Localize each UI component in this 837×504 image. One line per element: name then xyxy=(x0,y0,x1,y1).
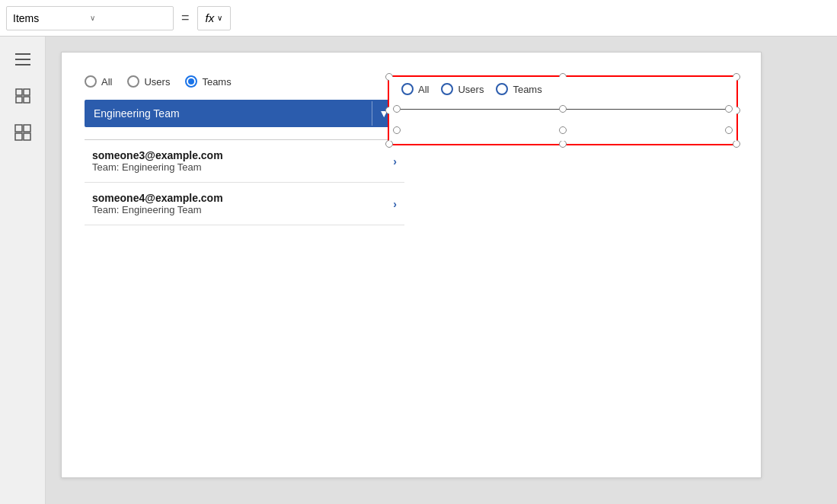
component-inner: All Users Teams xyxy=(389,77,736,141)
comp-radio-all[interactable]: All xyxy=(401,83,429,95)
radio-users-circle xyxy=(127,75,139,88)
radio-users[interactable]: Users xyxy=(127,75,170,88)
list-item-email-1: someone3@example.com xyxy=(92,149,393,161)
svg-rect-8 xyxy=(24,125,30,132)
row-handle-right-2[interactable] xyxy=(725,126,733,134)
list-item-team-1: Team: Engineering Team xyxy=(92,161,393,173)
list-item-team-2: Team: Engineering Team xyxy=(92,204,393,215)
fx-button[interactable]: fx ∨ xyxy=(197,6,232,30)
handle-bottom-right[interactable] xyxy=(733,140,740,148)
svg-rect-3 xyxy=(16,89,22,95)
radio-teams[interactable]: Teams xyxy=(185,75,231,88)
radio-all-circle xyxy=(85,75,97,88)
radio-all[interactable]: All xyxy=(85,75,112,88)
fx-label: fx xyxy=(206,11,215,24)
sidebar xyxy=(0,37,46,504)
row-handle-left-2[interactable] xyxy=(393,126,401,134)
radio-teams-circle xyxy=(185,75,197,88)
list-item-chevron-1: › xyxy=(393,155,397,167)
comp-radio-users[interactable]: Users xyxy=(441,83,484,95)
row-handle-mid-1[interactable] xyxy=(559,105,567,113)
svg-rect-1 xyxy=(15,59,30,60)
handle-bottom-mid[interactable] xyxy=(559,140,567,148)
items-dropdown-chevron: ∨ xyxy=(90,14,167,22)
comp-radio-users-circle xyxy=(441,83,453,95)
svg-rect-10 xyxy=(24,133,30,140)
comp-radio-teams-label: Teams xyxy=(513,84,541,95)
list-item-content-1: someone3@example.com Team: Engineering T… xyxy=(92,149,393,173)
row-handle-mid-2[interactable] xyxy=(559,126,567,134)
canvas: All Users Teams Engineering Team ▼ xyxy=(61,52,762,478)
fx-chevron: ∨ xyxy=(217,14,222,22)
handle-bottom-left[interactable] xyxy=(385,140,393,148)
radio-all-label: All xyxy=(101,76,112,88)
radio-users-label: Users xyxy=(144,76,170,88)
radio-teams-label: Teams xyxy=(202,76,231,88)
hamburger-icon[interactable] xyxy=(12,49,34,70)
list-item-2[interactable]: someone4@example.com Team: Engineering T… xyxy=(85,183,404,225)
grid-icon[interactable] xyxy=(12,122,34,143)
list-item-content-2: someone4@example.com Team: Engineering T… xyxy=(92,192,393,215)
toolbar: Items ∨ = fx ∨ xyxy=(0,0,837,37)
comp-radio-all-label: All xyxy=(418,84,429,95)
items-dropdown-label: Items xyxy=(13,12,90,24)
comp-radio-teams[interactable]: Teams xyxy=(496,83,541,95)
comp-radio-teams-circle xyxy=(496,83,508,95)
comp-radio-users-label: Users xyxy=(458,84,484,95)
svg-rect-0 xyxy=(15,53,30,55)
layers-icon[interactable] xyxy=(12,85,34,107)
row-handle-right-1[interactable] xyxy=(725,105,733,113)
svg-rect-9 xyxy=(15,133,22,140)
svg-rect-5 xyxy=(16,97,22,103)
resize-row-1 xyxy=(397,101,729,116)
resize-row-2 xyxy=(397,120,729,141)
main-body: All Users Teams Engineering Team ▼ xyxy=(0,37,837,504)
team-dropdown-value: Engineering Team xyxy=(94,107,372,120)
svg-rect-7 xyxy=(15,125,22,132)
team-dropdown[interactable]: Engineering Team ▼ xyxy=(85,100,404,127)
list-item-email-2: someone4@example.com xyxy=(92,192,393,204)
user-list: someone3@example.com Team: Engineering T… xyxy=(85,139,404,225)
svg-rect-6 xyxy=(24,97,30,103)
items-dropdown[interactable]: Items ∨ xyxy=(6,6,174,30)
svg-rect-2 xyxy=(15,64,30,65)
component-radio-bar: All Users Teams xyxy=(389,77,736,101)
row-handle-left-1[interactable] xyxy=(393,105,401,113)
svg-rect-4 xyxy=(24,89,30,95)
list-item[interactable]: someone3@example.com Team: Engineering T… xyxy=(85,140,404,183)
equals-symbol: = xyxy=(177,10,194,26)
list-item-chevron-2: › xyxy=(393,198,397,210)
comp-radio-all-circle xyxy=(401,83,414,95)
component-preview: All Users Teams xyxy=(388,75,738,145)
canvas-area: All Users Teams Engineering Team ▼ xyxy=(46,37,837,504)
